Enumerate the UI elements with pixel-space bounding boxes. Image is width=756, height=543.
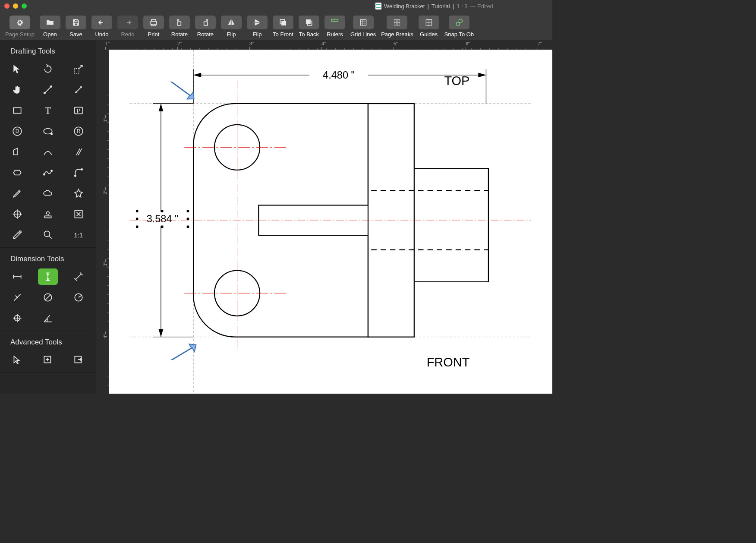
redo-button[interactable] (117, 16, 138, 29)
svg-text:P: P (76, 107, 80, 114)
svg-marker-73 (478, 73, 486, 77)
dim-angle-tool[interactable] (38, 310, 58, 326)
svg-rect-82 (161, 210, 163, 212)
svg-rect-84 (136, 226, 138, 228)
dim-diameter-tool[interactable] (38, 289, 58, 306)
svg-rect-10 (394, 23, 397, 25)
save-label: Save (69, 31, 82, 38)
svg-rect-8 (394, 19, 397, 22)
svg-point-16 (459, 19, 462, 23)
rulers-button[interactable] (324, 16, 345, 29)
page-setup-button[interactable] (9, 16, 30, 29)
dim-left-text[interactable]: 3.584 " (147, 213, 179, 224)
svg-rect-88 (187, 218, 189, 220)
eyedropper-tool[interactable] (7, 227, 27, 243)
svg-line-32 (78, 148, 82, 155)
polygon-text-tool[interactable]: P (69, 102, 88, 119)
pencil-tool[interactable] (7, 185, 27, 202)
cloud-tool[interactable] (38, 185, 58, 202)
scale-display[interactable]: 1:1 (69, 227, 88, 243)
svg-point-28 (51, 133, 52, 135)
horizontal-ruler[interactable]: 1"2"3"4"5"6"7" (109, 40, 552, 50)
delete-tool[interactable] (69, 206, 88, 222)
print-button[interactable] (143, 16, 164, 29)
svg-rect-83 (187, 210, 189, 212)
svg-rect-1 (204, 22, 208, 25)
grid-lines-button[interactable] (353, 16, 374, 29)
dim-aligned-tool[interactable] (69, 268, 88, 285)
zoom-tool[interactable] (38, 227, 58, 243)
zoom-window-button[interactable] (22, 3, 27, 9)
svg-marker-78 (159, 104, 164, 111)
svg-point-19 (44, 92, 45, 94)
svg-point-44 (44, 231, 50, 237)
snap-button[interactable] (449, 16, 469, 29)
drawing: 4.480 " 3.584 " (109, 50, 552, 394)
svg-rect-81 (136, 210, 138, 212)
panel-dimension: Dimension Tools (0, 248, 96, 331)
center-mark-tool[interactable] (7, 206, 27, 222)
rulers-label: Rulers (327, 31, 343, 38)
circle-d-tool[interactable]: D (7, 123, 27, 139)
flip-h-button[interactable] (221, 16, 242, 29)
rect-tool[interactable] (7, 102, 27, 119)
minimize-window-button[interactable] (13, 3, 18, 9)
view-label-top: TOP (444, 74, 469, 88)
open-button[interactable] (40, 16, 60, 29)
panel-drafting: Drafting Tools T P D R (0, 40, 96, 248)
dim-perp-tool[interactable] (7, 289, 27, 306)
svg-line-21 (75, 86, 82, 93)
rotate-tool[interactable] (38, 61, 58, 77)
flip-h-label: Flip (227, 31, 236, 38)
adv-select-tool[interactable] (7, 352, 27, 368)
dim-vertical-tool[interactable] (38, 268, 58, 285)
svg-line-52 (76, 274, 81, 280)
svg-marker-72 (193, 73, 201, 77)
to-front-button[interactable] (273, 16, 293, 29)
svg-point-36 (81, 169, 82, 170)
select-tool[interactable] (7, 61, 27, 77)
rotate-cw-button[interactable] (195, 16, 216, 29)
polyline-tool[interactable] (69, 82, 88, 98)
redo-label: Redo (121, 31, 134, 38)
fillet-tool[interactable] (69, 164, 88, 181)
undo-button[interactable] (91, 16, 112, 29)
hex-tool[interactable] (7, 164, 27, 181)
dim-center-tool[interactable] (7, 310, 27, 326)
vertical-ruler[interactable]: 1"2"3"4" (96, 50, 109, 394)
dim-radius-tool[interactable] (69, 289, 88, 306)
svg-rect-7 (360, 19, 366, 25)
text-tool[interactable]: T (38, 102, 58, 119)
svg-rect-15 (457, 22, 460, 25)
ellipse-tool[interactable] (38, 123, 58, 139)
pan-tool[interactable] (7, 82, 27, 98)
undo-label: Undo (95, 31, 108, 38)
adv-export-tool[interactable] (69, 352, 88, 368)
svg-rect-11 (397, 23, 400, 25)
stamp-tool[interactable] (38, 206, 58, 222)
circle-r-tool[interactable]: R (69, 123, 88, 139)
svg-point-20 (50, 86, 52, 87)
shape-tool[interactable] (7, 144, 27, 160)
svg-rect-86 (187, 226, 189, 228)
flip-v-button[interactable] (247, 16, 268, 29)
rotate-ccw-button[interactable] (169, 16, 190, 29)
to-back-label: To Back (299, 31, 319, 38)
close-window-button[interactable] (4, 3, 9, 9)
to-back-button[interactable] (299, 16, 319, 29)
dim-horizontal-tool[interactable] (7, 268, 27, 285)
guides-button[interactable] (419, 16, 439, 29)
parallel-tool[interactable] (69, 144, 88, 160)
arc-tool[interactable] (38, 144, 58, 160)
svg-line-18 (44, 86, 51, 93)
scale-tool[interactable] (69, 61, 88, 77)
title-subtitle: Tutorial (432, 3, 450, 9)
line-tool[interactable] (38, 82, 58, 98)
save-button[interactable] (66, 16, 86, 29)
page-breaks-button[interactable] (387, 16, 407, 29)
svg-line-31 (76, 148, 80, 155)
star-tool[interactable] (69, 185, 88, 202)
spline-tool[interactable] (38, 164, 58, 181)
adv-insert-tool[interactable] (38, 352, 58, 368)
canvas[interactable]: 4.480 " 3.584 " (109, 50, 552, 394)
